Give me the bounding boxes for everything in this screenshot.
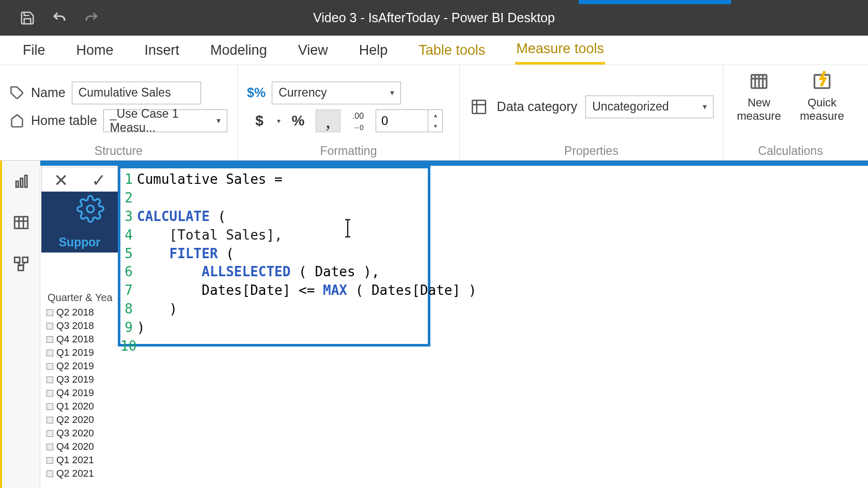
- tab-home[interactable]: Home: [75, 37, 115, 64]
- svg-rect-13: [14, 217, 28, 229]
- slicer-header: Quarter & Year: [47, 290, 113, 306]
- dax-line: 10: [120, 337, 428, 356]
- new-measure-button[interactable]: New measure: [733, 69, 785, 123]
- tab-view[interactable]: View: [297, 37, 329, 64]
- group-label-formatting: Formatting: [247, 144, 450, 159]
- slicer-item[interactable]: Q3 2018: [47, 319, 113, 333]
- slicer-item[interactable]: Q1 2019: [47, 346, 113, 359]
- group-label-calculations: Calculations: [733, 144, 848, 159]
- model-view-icon[interactable]: [11, 254, 32, 274]
- dax-line: 3CALCULATE (: [120, 208, 428, 226]
- home-table-label: Home table: [31, 113, 97, 128]
- dax-line: 1Cumulative Sales =: [120, 170, 428, 189]
- dax-line: 2: [120, 189, 428, 208]
- title-bar: Video 3 - IsAfterToday - Power BI Deskto…: [0, 0, 868, 36]
- home-table-select[interactable]: _Use Case 1 Measu...▾: [103, 109, 227, 132]
- slicer-item[interactable]: Q1 2021: [47, 453, 113, 467]
- dax-line: 8 ): [120, 300, 428, 319]
- dax-line: 6 ALLSELECTED ( Dates ),: [120, 263, 428, 281]
- accent-bar: [579, 0, 731, 4]
- view-switcher: [2, 161, 40, 488]
- app-title: Video 3 - IsAfterToday - Power BI Deskto…: [253, 10, 615, 25]
- format-select[interactable]: Currency▾: [272, 82, 401, 104]
- quick-measure-button[interactable]: Quick measure: [796, 69, 848, 123]
- data-category-label: Data category: [497, 99, 578, 114]
- data-category-icon: [469, 97, 489, 117]
- slicer-item[interactable]: Q3 2020: [47, 427, 113, 440]
- tab-table-tools[interactable]: Table tools: [417, 37, 486, 64]
- tab-help[interactable]: Help: [358, 37, 389, 64]
- measure-name-input[interactable]: [72, 82, 201, 104]
- tab-insert[interactable]: Insert: [144, 37, 181, 64]
- slicer-item[interactable]: Q2 2021: [47, 467, 113, 480]
- quarter-year-slicer[interactable]: Quarter & Year Q2 2018Q3 2018Q4 2018Q1 2…: [47, 290, 113, 480]
- dax-line: 4 [Total Sales],: [120, 226, 428, 245]
- report-canvas: ✕ ✓ Suppor 1Cumulative Sales =23CALCULAT…: [40, 161, 868, 488]
- percent-format-button[interactable]: %: [286, 109, 311, 132]
- svg-rect-10: [16, 181, 18, 187]
- home-icon: [9, 113, 25, 129]
- data-category-select[interactable]: Uncategorized▾: [585, 96, 714, 118]
- slicer-item[interactable]: Q2 2019: [47, 359, 113, 373]
- name-label: Name: [31, 85, 66, 100]
- tab-modeling[interactable]: Modeling: [209, 37, 268, 64]
- svg-rect-12: [25, 176, 27, 187]
- undo-icon[interactable]: [51, 9, 68, 27]
- format-icon: $%: [247, 85, 266, 100]
- svg-rect-11: [20, 178, 22, 187]
- slicer-item[interactable]: Q1 2020: [47, 400, 113, 413]
- slicer-item[interactable]: Q4 2018: [47, 333, 113, 346]
- formula-bar-controls: ✕ ✓: [41, 167, 118, 194]
- svg-rect-1: [472, 100, 486, 114]
- dax-line: 5 FILTER (: [120, 245, 428, 263]
- svg-point-22: [87, 206, 94, 213]
- support-card: Suppor: [41, 192, 118, 253]
- slicer-item[interactable]: Q4 2019: [47, 386, 113, 400]
- cancel-formula-button[interactable]: ✕: [42, 167, 80, 193]
- redo-icon[interactable]: [83, 9, 100, 27]
- dax-formula-editor[interactable]: 1Cumulative Sales =23CALCULATE (4 [Total…: [118, 166, 430, 347]
- dax-line: 7 Dates[Date] <= MAX ( Dates[Date] ): [120, 281, 428, 300]
- svg-rect-17: [14, 257, 20, 262]
- slicer-item[interactable]: Q3 2019: [47, 373, 113, 386]
- thousands-separator-button[interactable]: ,: [316, 109, 340, 132]
- group-label-structure: Structure: [9, 144, 228, 159]
- save-icon[interactable]: [19, 9, 36, 27]
- slicer-item[interactable]: Q4 2020: [47, 440, 113, 453]
- ribbon-tabs: File Home Insert Modeling View Help Tabl…: [0, 36, 868, 65]
- slicer-item[interactable]: Q2 2018: [47, 306, 113, 319]
- svg-rect-19: [18, 265, 23, 271]
- tab-file[interactable]: File: [22, 37, 47, 64]
- slicer-item[interactable]: Q2 2020: [47, 413, 113, 427]
- data-view-icon[interactable]: [11, 212, 32, 233]
- decimal-places-spinner[interactable]: 0 ▴▾: [376, 109, 443, 132]
- currency-format-button[interactable]: $: [247, 109, 272, 132]
- decimals-icon: .00 →0: [346, 109, 370, 132]
- tab-measure-tools[interactable]: Measure tools: [515, 36, 605, 65]
- ribbon-body: Name Home table _Use Case 1 Measu...▾ St…: [0, 65, 868, 161]
- gear-icon: [72, 195, 109, 226]
- tag-icon: [9, 85, 25, 101]
- report-view-icon[interactable]: [11, 171, 32, 192]
- group-label-properties: Properties: [469, 144, 714, 159]
- svg-rect-18: [22, 257, 27, 262]
- commit-formula-button[interactable]: ✓: [80, 167, 117, 193]
- text-cursor-icon: [342, 218, 354, 243]
- dax-line: 9): [120, 319, 428, 337]
